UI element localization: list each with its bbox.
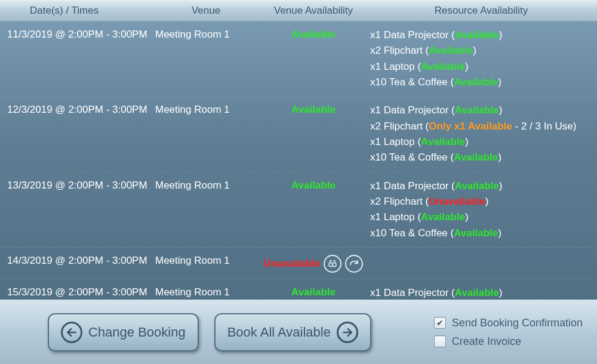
resource-line: x1 Laptop (Available) <box>370 209 592 225</box>
resource-status: Available <box>421 61 465 72</box>
table-body: 11/3/2019 @ 2:00PM - 3:00PMMeeting Room … <box>0 21 597 300</box>
resource-line: x1 Data Projector (Available) <box>370 103 592 118</box>
cell-resource-availability: x1 Data Projector (Available)x2 Flipchar… <box>370 101 597 165</box>
resource-status: Available <box>455 287 499 298</box>
cell-venue-availability: Unavailable <box>257 252 370 273</box>
table-row: 12/3/2019 @ 2:00PM - 3:00PMMeeting Room … <box>0 96 597 171</box>
cell-venue-availability: Available <box>257 177 370 192</box>
book-all-available-button[interactable]: Book All Available <box>214 313 371 351</box>
change-booking-button[interactable]: Change Booking <box>48 313 199 351</box>
cell-resource-availability: x1 Data Projector (Available)x2 Flipchar… <box>370 26 597 90</box>
cell-venue: Meeting Room 1 <box>155 177 257 192</box>
venue-status: Available <box>291 180 336 192</box>
cell-venue-availability: Available <box>257 26 370 41</box>
send-confirmation-label: Send Booking Confirmation <box>452 317 583 329</box>
resource-line: x1 Laptop (Available) <box>370 59 592 75</box>
resource-status: Available <box>454 76 498 88</box>
resource-line: x1 Data Projector (Available) <box>370 178 592 194</box>
resource-status: Available <box>454 152 498 163</box>
resource-status: Unavailable <box>429 196 485 207</box>
checkbox-icon <box>434 317 446 329</box>
cell-date: 14/3/2019 @ 2:00PM - 3:00PM <box>0 252 155 267</box>
binoculars-icon[interactable] <box>324 255 341 273</box>
arrow-right-icon <box>337 322 358 343</box>
resource-line: x10 Tea & Coffee (Available) <box>370 226 592 241</box>
cell-resource-availability: x1 Data Projector (Available)x2 Flipchar… <box>370 284 597 300</box>
svg-rect-2 <box>332 264 333 266</box>
cell-venue: Meeting Room 1 <box>155 284 257 298</box>
resource-line: x2 Flipchart (Only x1 Available - 2 / 3 … <box>370 119 592 134</box>
cell-venue-availability: Available <box>257 101 370 116</box>
resource-status: Available <box>421 211 465 223</box>
cell-date: 15/3/2019 @ 2:00PM - 3:00PM <box>0 284 155 298</box>
resource-line: x2 Flipchart (Available) <box>370 43 592 58</box>
footer-bar: Change Booking Book All Available Send B… <box>0 300 597 364</box>
header-resource-avail: Resource Availability <box>370 5 597 17</box>
change-booking-label: Change Booking <box>88 325 186 340</box>
venue-status: Available <box>291 29 336 41</box>
table-header: Date(s) / Times Venue Venue Availability… <box>0 0 597 21</box>
resource-line: x1 Data Projector (Available) <box>370 285 592 300</box>
skip-forward-icon[interactable] <box>345 255 363 273</box>
cell-date: 13/3/2019 @ 2:00PM - 3:00PM <box>0 177 155 192</box>
resource-status: Available <box>454 227 498 239</box>
resource-status: Available <box>455 29 499 41</box>
header-venue: Venue <box>155 5 257 17</box>
cell-venue: Meeting Room 1 <box>155 101 257 116</box>
resource-status: Available <box>429 45 473 56</box>
cell-date: 12/3/2019 @ 2:00PM - 3:00PM <box>0 101 155 116</box>
cell-venue-availability: Available <box>257 284 370 298</box>
cell-resource-availability <box>370 252 597 254</box>
cell-resource-availability: x1 Data Projector (Available)x2 Flipchar… <box>370 177 597 241</box>
resource-line: x2 Flipchart (Unavailable) <box>370 194 592 209</box>
header-date: Date(s) / Times <box>0 5 155 17</box>
resource-status: Available <box>455 180 499 192</box>
resource-line: x10 Tea & Coffee (Available) <box>370 75 592 90</box>
resource-status: Available <box>421 136 465 147</box>
cell-venue: Meeting Room 1 <box>155 26 257 41</box>
footer-options: Send Booking Confirmation Create Invoice <box>434 317 583 348</box>
table-row: 15/3/2019 @ 2:00PM - 3:00PMMeeting Room … <box>0 279 597 300</box>
header-venue-avail: Venue Availability <box>257 5 370 17</box>
create-invoice-label: Create Invoice <box>452 335 521 348</box>
resource-line: x10 Tea & Coffee (Available) <box>370 150 592 165</box>
resource-status: Available <box>455 104 499 116</box>
resource-line: x1 Laptop (Available) <box>370 134 592 150</box>
checkbox-icon <box>434 335 446 347</box>
table-row: 14/3/2019 @ 2:00PM - 3:00PMMeeting Room … <box>0 247 597 279</box>
booking-availability-screen: Date(s) / Times Venue Venue Availability… <box>0 0 597 364</box>
venue-status: Available <box>291 104 336 116</box>
table-row: 11/3/2019 @ 2:00PM - 3:00PMMeeting Room … <box>0 21 597 96</box>
resource-status: Only x1 Available <box>429 121 512 132</box>
resource-line: x1 Data Projector (Available) <box>370 27 592 43</box>
table-row: 13/3/2019 @ 2:00PM - 3:00PMMeeting Room … <box>0 172 597 247</box>
venue-status: Unavailable <box>264 258 321 270</box>
cell-venue: Meeting Room 1 <box>155 252 257 267</box>
arrow-left-icon <box>61 322 82 343</box>
book-all-label: Book All Available <box>227 325 331 340</box>
venue-status: Available <box>291 286 336 298</box>
cell-date: 11/3/2019 @ 2:00PM - 3:00PM <box>0 26 155 41</box>
send-confirmation-checkbox[interactable]: Send Booking Confirmation <box>434 317 583 329</box>
create-invoice-checkbox[interactable]: Create Invoice <box>434 335 583 348</box>
